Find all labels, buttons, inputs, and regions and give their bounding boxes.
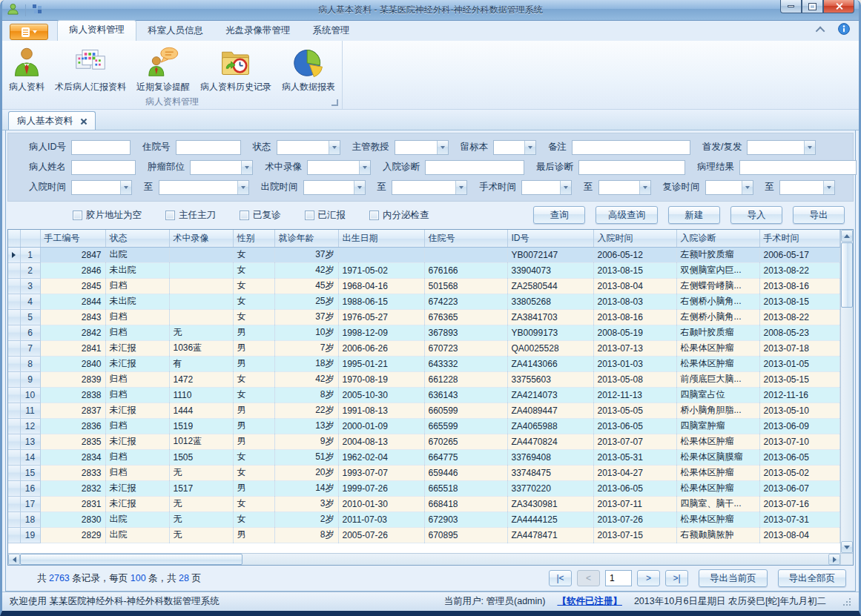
scroll-down-icon[interactable] <box>841 541 853 553</box>
grid-cell[interactable]: 归档 <box>105 418 169 434</box>
grid-cell[interactable]: 33755603 <box>507 371 593 387</box>
grid-cell[interactable]: 女 <box>233 247 274 262</box>
grid-cell[interactable]: 501568 <box>424 278 507 294</box>
grid-cell[interactable]: 2013-06-09 <box>759 418 840 434</box>
grid-cell[interactable]: ZA4089447 <box>507 403 593 418</box>
grid-cell[interactable]: 367893 <box>424 325 507 340</box>
grid-cell[interactable]: 643332 <box>424 356 507 371</box>
grid-cell[interactable]: 未汇报 <box>105 356 169 371</box>
grid-cell[interactable]: 665518 <box>424 480 507 496</box>
search-field-combo[interactable] <box>307 160 371 175</box>
grid-cell[interactable]: 676166 <box>424 262 507 278</box>
table-row[interactable]: 32845归档女45岁1968-04-16501568ZA25805442013… <box>8 278 840 294</box>
table-row[interactable]: 82840未汇报有男18岁1995-01-21643332ZA414306620… <box>8 356 840 371</box>
grid-cell[interactable]: 左额叶胶质瘤 <box>676 247 759 262</box>
filter-checkbox[interactable]: 内分泌检查 <box>369 209 429 222</box>
grid-cell[interactable]: 659446 <box>424 465 507 480</box>
grid-cell[interactable]: 33904073 <box>507 262 593 278</box>
search-field-input[interactable] <box>425 160 524 175</box>
ribbon-button[interactable]: 病人资料历史记录 <box>195 43 277 95</box>
grid-cell[interactable]: 2013-08-15 <box>593 262 676 278</box>
grid-cell[interactable]: 672903 <box>424 511 507 527</box>
table-row[interactable]: 12847出院女37岁YB00721472006-05-12左额叶胶质瘤2006… <box>8 247 840 262</box>
grid-cell[interactable]: 2829 <box>40 527 105 543</box>
search-field-input[interactable] <box>739 160 857 175</box>
search-field-combo[interactable] <box>71 180 132 195</box>
grid-cell[interactable]: 2013-08-04 <box>593 278 676 294</box>
scroll-left-icon[interactable] <box>8 554 20 565</box>
grid-cell[interactable]: 1995-01-21 <box>338 356 424 371</box>
grid-cell[interactable]: 1505 <box>169 449 233 465</box>
grid-cell[interactable]: 3岁 <box>274 496 338 511</box>
grid-cell[interactable]: 松果体区肿瘤 <box>676 434 759 449</box>
grid-cell[interactable]: 女 <box>233 465 274 480</box>
grid-cell[interactable]: 1976-05-27 <box>338 309 424 325</box>
grid-cell[interactable]: 无 <box>169 496 233 511</box>
combo-dropdown-icon[interactable] <box>437 141 448 154</box>
grid-cell[interactable]: 女 <box>233 387 274 403</box>
grid-cell[interactable]: ZA4470824 <box>507 434 593 449</box>
grid-cell[interactable]: 2845 <box>40 278 105 294</box>
grid-cell[interactable]: 2013-08-22 <box>759 309 840 325</box>
search-field-input[interactable] <box>578 160 685 175</box>
grid-cell[interactable]: ZA3841703 <box>507 309 593 325</box>
grid-cell[interactable]: 2013-05-02 <box>759 465 840 480</box>
grid-cell[interactable]: ZA4478471 <box>507 527 593 543</box>
grid-cell[interactable]: 2834 <box>40 449 105 465</box>
grid-cell[interactable]: 2013-05-15 <box>759 371 840 387</box>
grid-cell[interactable]: 670895 <box>424 527 507 543</box>
grid-cell[interactable] <box>424 247 507 262</box>
column-header[interactable]: 手术时间 <box>759 230 840 247</box>
grid-cell[interactable]: 前颅底巨大脑... <box>676 371 759 387</box>
application-menu-button[interactable] <box>10 24 48 40</box>
column-header[interactable]: 术中录像 <box>169 230 233 247</box>
grid-cell[interactable]: 2013-05-08 <box>593 371 676 387</box>
grid-cell[interactable]: 2846 <box>40 262 105 278</box>
grid-cell[interactable]: 未汇报 <box>105 496 169 511</box>
grid-cell[interactable]: 660599 <box>424 403 507 418</box>
grid-cell[interactable]: 668418 <box>424 496 507 511</box>
scroll-up-icon[interactable] <box>841 230 853 242</box>
grid-cell[interactable]: 25岁 <box>274 294 338 309</box>
column-header[interactable]: 状态 <box>105 230 169 247</box>
grid-cell[interactable]: 2013-07-26 <box>593 511 676 527</box>
combo-dropdown-icon[interactable] <box>120 181 131 194</box>
grid-cell[interactable] <box>169 309 233 325</box>
filter-checkbox[interactable]: 胶片地址为空 <box>73 209 142 222</box>
grid-cell[interactable]: 四脑室占位 <box>676 387 759 403</box>
search-field-combo[interactable] <box>779 180 835 195</box>
grid-cell[interactable]: 1998-12-09 <box>338 325 424 340</box>
grid-cell[interactable]: 2011-07-03 <box>338 511 424 527</box>
grid-cell[interactable]: 10岁 <box>274 325 338 340</box>
grid-cell[interactable]: 7岁 <box>274 340 338 356</box>
table-row[interactable]: 102838归档1110女8岁2005-10-30636143ZA4214073… <box>8 387 840 403</box>
ribbon-tab[interactable]: 系统管理 <box>302 21 361 41</box>
grid-cell[interactable]: 未出院 <box>105 262 169 278</box>
grid-cell[interactable]: ZA2580544 <box>507 278 593 294</box>
combo-dropdown-icon[interactable] <box>560 181 571 194</box>
grid-cell[interactable]: 20岁 <box>274 465 338 480</box>
grid-cell[interactable]: 归档 <box>105 309 169 325</box>
grid-cell[interactable]: 13岁 <box>274 418 338 434</box>
table-row[interactable]: 132835未汇报1012蓝男9岁2004-08-13670265ZA44708… <box>8 434 840 449</box>
grid-cell[interactable]: 2013-06-07 <box>759 480 840 496</box>
grid-cell[interactable]: 33805268 <box>507 294 593 309</box>
grid-cell[interactable]: 2013-05-31 <box>593 449 676 465</box>
grid-cell[interactable]: 2013-07-07 <box>593 434 676 449</box>
grid-cell[interactable]: 女 <box>233 309 274 325</box>
grid-cell[interactable]: 1472 <box>169 371 233 387</box>
grid-cell[interactable]: 2831 <box>40 496 105 511</box>
grid-cell[interactable]: 2013-01-05 <box>759 356 840 371</box>
table-row[interactable]: 92839归档1472女42岁1970-08-19661228337556032… <box>8 371 840 387</box>
grid-cell[interactable]: 男 <box>233 434 274 449</box>
grid-cell[interactable]: 右额颞脑脓肿 <box>676 527 759 543</box>
grid-cell[interactable]: 2010-01-30 <box>338 496 424 511</box>
search-field-combo[interactable] <box>277 140 340 155</box>
grid-cell[interactable]: ZA4444125 <box>507 511 593 527</box>
search-field-combo[interactable] <box>521 180 572 195</box>
filter-checkbox[interactable]: 已复诊 <box>240 209 281 222</box>
grid-cell[interactable]: 33769408 <box>507 449 593 465</box>
grid-cell[interactable]: 出院 <box>105 247 169 262</box>
grid-cell[interactable]: 女 <box>233 294 274 309</box>
grid-cell[interactable]: 37岁 <box>274 309 338 325</box>
